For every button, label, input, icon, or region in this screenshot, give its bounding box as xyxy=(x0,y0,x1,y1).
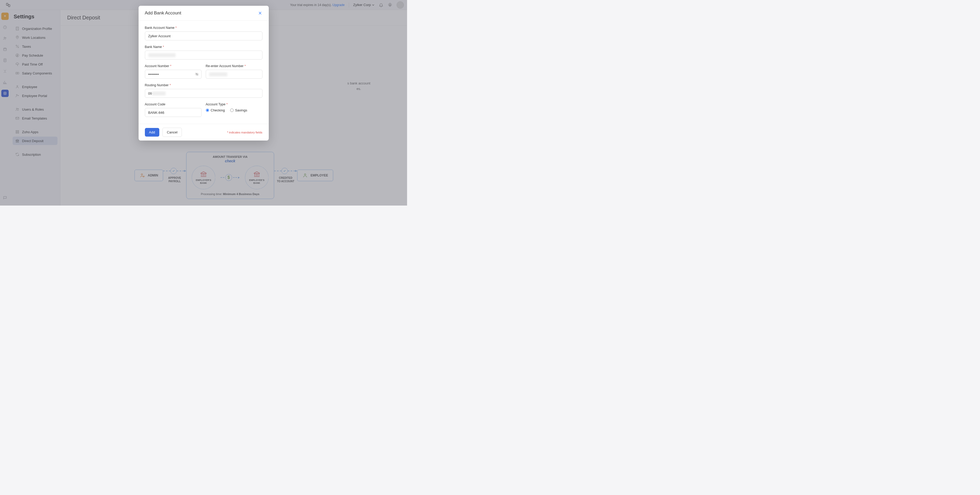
bank-name-label: Bank Name * xyxy=(145,45,262,49)
reenter-account-number-label: Re-enter Account Number * xyxy=(206,64,262,68)
mandatory-note: * indicates mandatory fields xyxy=(227,131,262,134)
bank-account-name-label: Bank Account Name * xyxy=(145,26,262,30)
add-button[interactable]: Add xyxy=(145,128,159,136)
modal-body: Bank Account Name * Bank Name * XXXXXXXX… xyxy=(138,21,269,124)
eye-off-icon[interactable] xyxy=(195,72,199,76)
savings-radio[interactable]: Savings xyxy=(230,108,247,112)
routing-number-label: Routing Number * xyxy=(145,83,262,87)
modal-header: Add Bank Account xyxy=(138,6,269,21)
modal-footer: Add Cancel * indicates mandatory fields xyxy=(138,124,269,141)
account-code-label: Account Code xyxy=(145,103,202,106)
routing-number-input[interactable]: 09XXXXXX xyxy=(145,89,262,98)
modal-title: Add Bank Account xyxy=(145,11,181,16)
account-type-label: Account Type * xyxy=(206,103,262,106)
account-code-input[interactable] xyxy=(145,108,202,117)
modal-overlay: Add Bank Account Bank Account Name * Ban… xyxy=(0,0,407,206)
account-number-input[interactable] xyxy=(145,70,202,79)
account-number-label: Account Number * xyxy=(145,64,202,68)
close-icon[interactable] xyxy=(258,11,262,16)
checking-radio[interactable]: Checking xyxy=(206,108,225,112)
cancel-button[interactable]: Cancel xyxy=(162,128,182,137)
bank-name-input[interactable]: XXXXXXXXXXXX xyxy=(145,51,262,60)
add-bank-account-modal: Add Bank Account Bank Account Name * Ban… xyxy=(138,6,269,141)
reenter-account-number-input[interactable]: XXXXXXXX xyxy=(206,70,262,79)
bank-account-name-input[interactable] xyxy=(145,32,262,40)
